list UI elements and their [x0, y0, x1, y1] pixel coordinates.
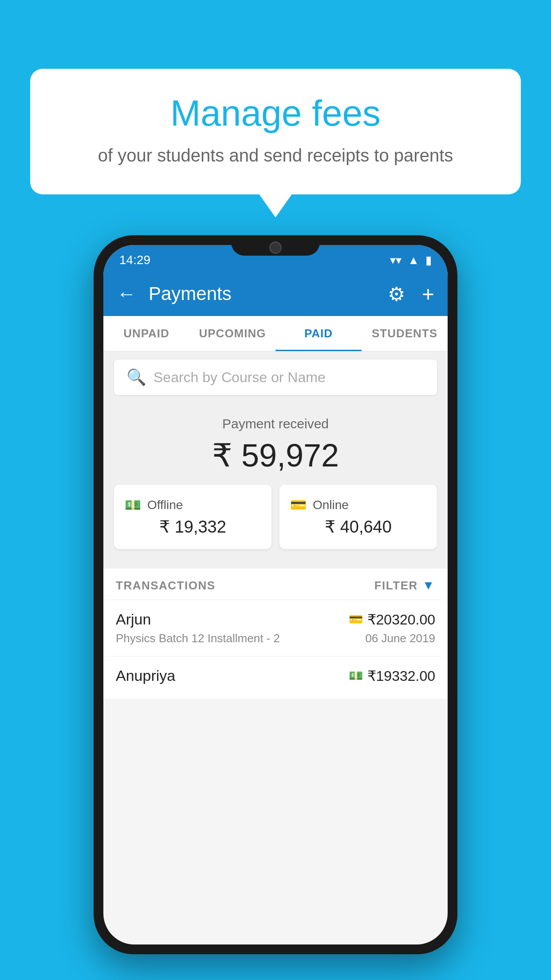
settings-icon[interactable]: ⚙	[388, 283, 405, 305]
transaction-amount: ₹20320.00	[367, 611, 435, 628]
offline-card: 💵 Offline ₹ 19,332	[114, 485, 272, 549]
wifi-icon: ▾▾	[390, 253, 401, 267]
payment-received-label: Payment received	[114, 416, 437, 431]
search-icon: 🔍	[126, 368, 146, 387]
back-button[interactable]: ←	[117, 283, 136, 305]
signal-icon: ▲	[408, 253, 419, 267]
payment-cards: 💵 Offline ₹ 19,332 💳 Online ₹ 40,640	[114, 485, 437, 558]
offline-amount: ₹ 19,332	[125, 517, 261, 537]
card-icon: 💳	[290, 497, 307, 513]
transaction-date: 06 June 2019	[365, 632, 435, 645]
table-row[interactable]: Anupriya 💵 ₹19332.00	[103, 656, 448, 699]
search-container: 🔍 Search by Course or Name	[103, 352, 448, 403]
transaction-amount: ₹19332.00	[367, 668, 435, 684]
tab-paid[interactable]: PAID	[276, 316, 362, 351]
transaction-top-row: Anupriya 💵 ₹19332.00	[116, 667, 435, 684]
offline-card-top: 💵 Offline	[125, 497, 261, 513]
add-button[interactable]: +	[422, 282, 434, 306]
transactions-label: TRANSACTIONS	[116, 579, 216, 593]
speech-bubble: Manage fees of your students and send re…	[30, 69, 521, 194]
bubble-subtitle: of your students and send receipts to pa…	[57, 143, 494, 168]
offline-label: Offline	[147, 498, 183, 512]
filter-label: FILTER	[374, 579, 418, 593]
tab-upcoming[interactable]: UPCOMING	[189, 316, 276, 351]
cash-icon: 💵	[125, 497, 141, 513]
cash-payment-icon: 💵	[349, 669, 363, 683]
tab-students[interactable]: STUDENTS	[362, 316, 448, 351]
top-bar: ← Payments ⚙ +	[103, 272, 448, 316]
search-bar[interactable]: 🔍 Search by Course or Name	[114, 360, 437, 395]
phone-screen: 14:29 ▾▾ ▲ ▮ ← Payments ⚙ + UNPAID	[103, 245, 448, 944]
transaction-amount-wrap: 💳 ₹20320.00	[349, 611, 435, 628]
transaction-list: Arjun 💳 ₹20320.00 Physics Batch 12 Insta…	[103, 600, 448, 699]
payment-total-amount: ₹ 59,972	[114, 437, 437, 474]
payment-summary: Payment received ₹ 59,972 💵 Offline ₹ 19…	[103, 403, 448, 569]
phone-notch	[231, 235, 320, 256]
phone-camera	[269, 241, 282, 254]
transaction-name: Anupriya	[116, 667, 175, 684]
online-amount: ₹ 40,640	[290, 517, 426, 537]
status-time: 14:29	[119, 253, 150, 267]
transaction-detail: Physics Batch 12 Installment - 2	[116, 632, 280, 645]
status-icons: ▾▾ ▲ ▮	[390, 253, 432, 267]
bubble-title: Manage fees	[57, 93, 494, 133]
phone-outer: 14:29 ▾▾ ▲ ▮ ← Payments ⚙ + UNPAID	[94, 235, 457, 954]
transaction-top-row: Arjun 💳 ₹20320.00	[116, 611, 435, 628]
online-card: 💳 Online ₹ 40,640	[279, 485, 437, 549]
online-card-top: 💳 Online	[290, 497, 426, 513]
table-row[interactable]: Arjun 💳 ₹20320.00 Physics Batch 12 Insta…	[103, 600, 448, 656]
page-title: Payments	[149, 283, 379, 304]
transactions-header: TRANSACTIONS FILTER ▼	[103, 569, 448, 600]
search-input[interactable]: Search by Course or Name	[153, 369, 326, 386]
tab-bar: UNPAID UPCOMING PAID STUDENTS	[103, 316, 448, 352]
online-payment-icon: 💳	[349, 612, 363, 626]
battery-icon: ▮	[425, 253, 432, 267]
tab-unpaid[interactable]: UNPAID	[103, 316, 189, 351]
filter-icon: ▼	[422, 578, 435, 593]
transaction-bottom-row: Physics Batch 12 Installment - 2 06 June…	[116, 632, 435, 645]
phone-device: 14:29 ▾▾ ▲ ▮ ← Payments ⚙ + UNPAID	[94, 235, 457, 954]
online-label: Online	[313, 498, 349, 512]
transaction-name: Arjun	[116, 611, 151, 628]
filter-button[interactable]: FILTER ▼	[374, 578, 435, 593]
transaction-amount-wrap: 💵 ₹19332.00	[349, 668, 435, 684]
